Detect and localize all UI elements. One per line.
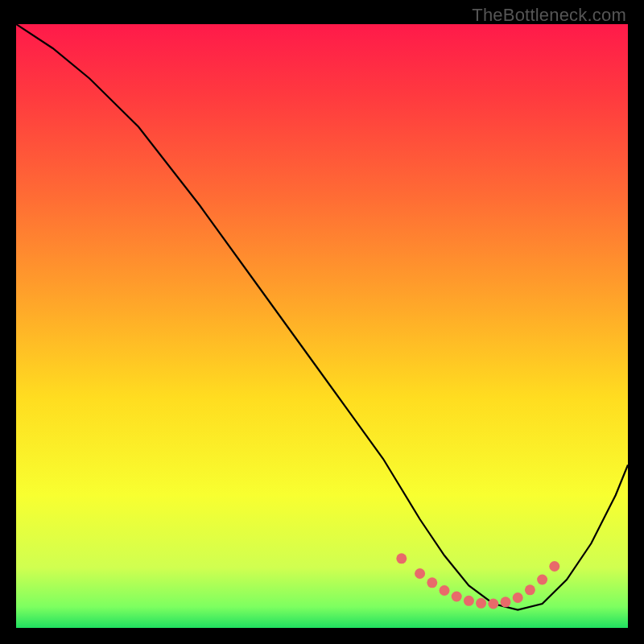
watermark-text: TheBottleneck.com (472, 5, 626, 26)
scatter-point (440, 585, 450, 596)
scatter-point (476, 598, 486, 609)
gradient-fill (16, 24, 628, 628)
scatter-point (396, 553, 407, 564)
scatter-point (464, 596, 474, 606)
chart-svg (16, 24, 628, 628)
scatter-point (488, 599, 498, 609)
scatter-point (452, 592, 462, 602)
scatter-point (549, 561, 559, 572)
scatter-point (415, 568, 425, 579)
chart-frame (16, 24, 628, 628)
scatter-point (501, 597, 511, 607)
scatter-point (537, 575, 547, 585)
scatter-point (427, 577, 437, 588)
scatter-point (513, 592, 523, 603)
scatter-point (525, 584, 535, 595)
